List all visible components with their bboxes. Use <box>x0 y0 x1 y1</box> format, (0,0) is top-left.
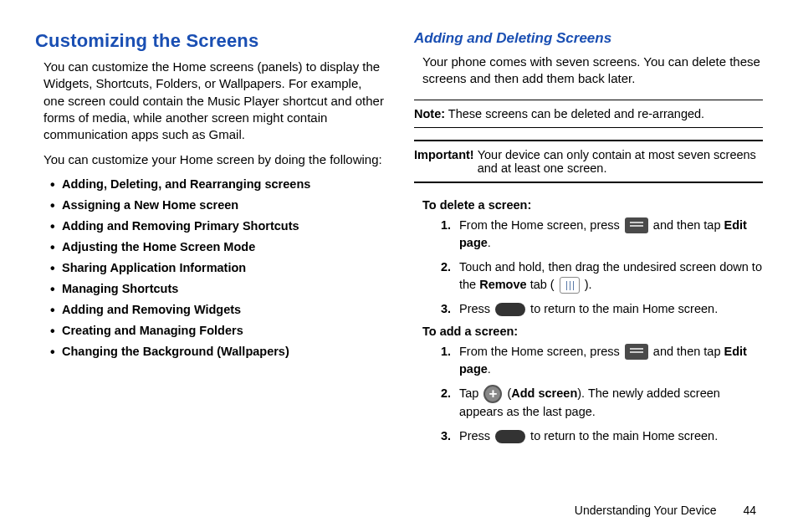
note-label: Note: <box>414 107 445 120</box>
plus-icon <box>483 385 502 403</box>
step-item: Press to return to the main Home screen. <box>441 427 763 445</box>
step-item: From the Home screen, press and then tap… <box>441 343 763 378</box>
list-item: Adjusting the Home Screen Mode <box>50 240 384 253</box>
list-item: Changing the Background (Wallpapers) <box>50 345 384 358</box>
customize-options-list: Adding, Deleting, and Rearranging screen… <box>35 177 384 358</box>
section-heading: Customizing the Screens <box>35 30 384 52</box>
menu-icon <box>625 344 648 360</box>
list-item: Assigning a New Home screen <box>50 198 384 212</box>
home-button-icon <box>495 430 525 443</box>
note-box: Note: These screens can be deleted and r… <box>414 100 763 128</box>
delete-heading: To delete a screen: <box>422 198 763 212</box>
intro-paragraph-1: You can customize the Home screens (pane… <box>35 59 384 143</box>
delete-steps: From the Home screen, press and then tap… <box>414 217 763 318</box>
footer-page-number: 44 <box>743 504 756 517</box>
note-text: These screens can be deleted and re-arra… <box>445 107 704 120</box>
important-box: Important! Your device can only contain … <box>414 140 763 183</box>
list-item: Adding and Removing Primary Shortcuts <box>50 219 384 233</box>
menu-icon <box>625 217 648 233</box>
list-item: Creating and Managing Folders <box>50 324 384 337</box>
step-item: From the Home screen, press and then tap… <box>441 217 763 252</box>
list-item: Managing Shortcuts <box>50 282 384 295</box>
subsection-heading: Adding and Deleting Screens <box>414 30 763 47</box>
important-text: Your device can only contain at most sev… <box>478 148 763 175</box>
footer-section: Understanding Your Device <box>575 504 717 517</box>
step-item: Press to return to the main Home screen. <box>441 300 763 318</box>
step-item: Tap (Add screen). The newly added screen… <box>441 385 763 421</box>
left-column: Customizing the Screens You can customiz… <box>35 30 384 452</box>
list-item: Adding, Deleting, and Rearranging screen… <box>50 177 384 191</box>
add-steps: From the Home screen, press and then tap… <box>414 343 763 445</box>
intro-paragraph-2: You can customize your Home screen by do… <box>35 151 384 168</box>
right-column: Adding and Deleting Screens Your phone c… <box>414 30 763 452</box>
page-footer: Understanding Your Device 44 <box>575 504 756 517</box>
step-item: Touch and hold, then drag the undesired … <box>441 258 763 294</box>
add-heading: To add a screen: <box>422 325 763 338</box>
important-label: Important! <box>414 148 474 175</box>
home-button-icon <box>495 303 525 316</box>
list-item: Sharing Application Information <box>50 261 384 274</box>
subsection-intro: Your phone comes with seven screens. You… <box>414 54 763 88</box>
trash-icon <box>560 277 580 294</box>
list-item: Adding and Removing Widgets <box>50 303 384 316</box>
